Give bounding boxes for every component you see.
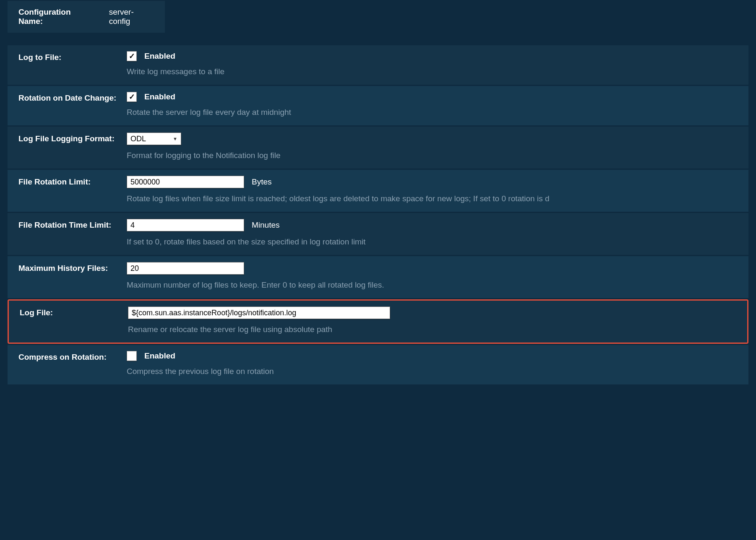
enabled-label: Enabled	[144, 52, 175, 61]
description-max-history: Maximum number of log files to keep. Ent…	[127, 280, 738, 290]
description-file-rotation-limit: Rotate log files when file size limit is…	[127, 194, 738, 203]
select-log-format-value: ODL	[130, 135, 146, 143]
description-compress-rotation: Compress the previous log file on rotati…	[127, 367, 738, 376]
checkbox-rotation-date-change[interactable]	[127, 92, 137, 102]
configuration-name-row: Configuration Name: server-config	[8, 1, 165, 33]
configuration-name-value: server-config	[109, 8, 154, 26]
input-file-rotation-time[interactable]	[127, 219, 244, 231]
description-log-file: Rename or relocate the server log file u…	[128, 325, 736, 334]
enabled-label: Enabled	[144, 92, 175, 101]
description-log-format: Format for logging to the Notification l…	[127, 151, 738, 160]
checkbox-log-to-file[interactable]	[127, 51, 137, 61]
description-file-rotation-time: If set to 0, rotate files based on the s…	[127, 237, 738, 247]
label-rotation-date-change: Rotation on Date Change:	[18, 92, 127, 117]
input-log-file[interactable]	[128, 306, 390, 319]
form-section: Log to File: Enabled Write log messages …	[8, 45, 748, 384]
unit-bytes: Bytes	[252, 177, 272, 187]
label-file-rotation-limit: File Rotation Limit:	[18, 176, 127, 203]
chevron-down-icon: ▼	[173, 136, 177, 141]
row-log-format: Log File Logging Format: ODL ▼ Format fo…	[8, 127, 748, 169]
label-file-rotation-time: File Rotation Time Limit:	[18, 219, 127, 247]
configuration-name-label: Configuration Name:	[18, 8, 96, 26]
label-log-file: Log File:	[20, 306, 128, 334]
enabled-label: Enabled	[144, 351, 175, 361]
description-rotation-date-change: Rotate the server log file every day at …	[127, 108, 738, 117]
select-log-format[interactable]: ODL ▼	[127, 132, 181, 145]
label-log-format: Log File Logging Format:	[18, 132, 127, 160]
row-log-to-file: Log to File: Enabled Write log messages …	[8, 45, 748, 85]
input-max-history[interactable]	[127, 262, 244, 275]
row-compress-rotation: Compress on Rotation: Enabled Compress t…	[8, 345, 748, 384]
row-log-file: Log File: Rename or relocate the server …	[9, 301, 747, 343]
checkbox-compress-rotation[interactable]	[127, 351, 137, 361]
label-log-to-file: Log to File:	[18, 51, 127, 76]
label-compress-rotation: Compress on Rotation:	[18, 351, 127, 376]
unit-minutes: Minutes	[252, 221, 280, 230]
input-file-rotation-limit[interactable]	[127, 176, 244, 188]
row-file-rotation-limit: File Rotation Limit: Bytes Rotate log fi…	[8, 170, 748, 212]
highlighted-log-file-row: Log File: Rename or relocate the server …	[8, 299, 748, 344]
row-file-rotation-time: File Rotation Time Limit: Minutes If set…	[8, 213, 748, 255]
row-rotation-date-change: Rotation on Date Change: Enabled Rotate …	[8, 86, 748, 125]
label-max-history: Maximum History Files:	[18, 262, 127, 290]
description-log-to-file: Write log messages to a file	[127, 67, 738, 76]
row-max-history: Maximum History Files: Maximum number of…	[8, 256, 748, 298]
